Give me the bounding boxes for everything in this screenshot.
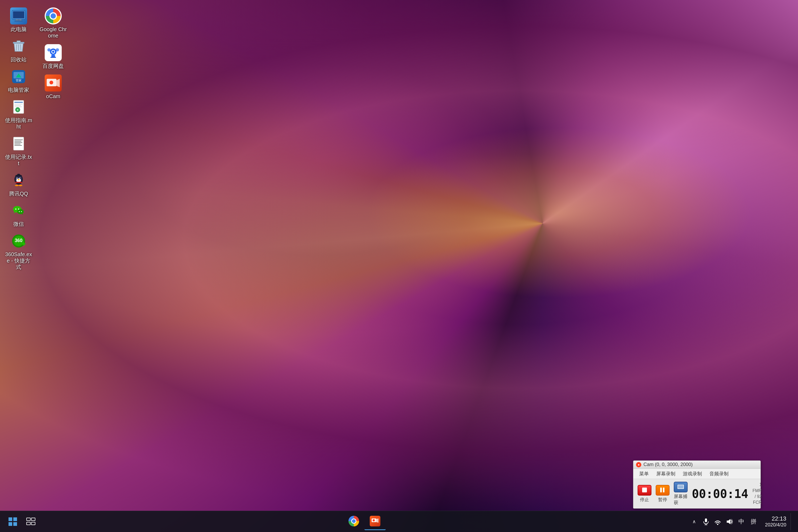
desktop-icon-record[interactable]: 使用记录.txt [3,133,35,169]
svg-point-63 [50,81,53,84]
taskbar-left [4,513,39,530]
desktop-icon-360safe[interactable]: 360 360Safe.exe - 快捷方式 [3,230,35,272]
desktop-icon-guide[interactable]: e 使用指南.mht [3,96,35,132]
svg-rect-51 [23,242,24,246]
desktop-icon-chrome[interactable]: Google Chrome [37,5,69,41]
icon-qq-label: 腾讯QQ [9,190,28,197]
tray-up-arrow-icon: ∧ [692,519,696,525]
tray-expand-button[interactable]: ∧ [689,517,699,527]
svg-rect-22 [14,141,21,142]
svg-rect-65 [660,488,662,492]
taskbar-ocam[interactable] [364,513,386,530]
svg-rect-69 [678,485,683,488]
svg-rect-14 [14,102,23,103]
svg-rect-75 [32,518,35,520]
icon-baidudisk-label: 百度网盘 [42,63,64,69]
svg-rect-34 [15,182,22,183]
svg-rect-77 [32,522,35,525]
ocam-menu-game[interactable]: 游戏录制 [680,470,705,478]
svg-rect-81 [705,518,707,522]
svg-rect-15 [14,104,23,104]
svg-rect-72 [8,522,12,526]
desktop-icons-column-1: 此电脑 回收站 [3,5,35,272]
tray-microphone[interactable] [701,517,711,527]
taskbar: ∧ [0,511,798,532]
clock-area[interactable]: 22:13 2020/4/20 [763,514,788,529]
svg-point-45 [19,211,20,212]
wallpaper-swirl [0,0,798,532]
svg-point-54 [52,51,55,53]
svg-point-56 [56,48,59,51]
svg-marker-79 [376,518,379,523]
icon-360safe-label: 360Safe.exe - 快捷方式 [5,251,33,270]
svg-rect-6 [17,41,20,42]
svg-text:管家: 管家 [16,79,22,82]
svg-text:360: 360 [15,238,22,243]
svg-marker-42 [21,214,23,215]
show-desktop-button[interactable] [791,513,794,530]
desktop-icon-ocam[interactable]: oCam [37,72,69,101]
svg-rect-38 [18,174,20,176]
chrome-icon [46,8,61,23]
ocam-title-icon: ● [636,462,641,467]
svg-rect-17 [14,107,22,107]
desktop-icon-wechat[interactable]: 微信 [3,200,35,229]
taskbar-center [39,513,689,530]
svg-rect-73 [13,522,17,526]
ocam-stop-button[interactable]: 停止 [638,485,651,503]
ocam-capture-label: 屏幕捕获 [674,493,688,506]
ocam-pause-button[interactable]: 暂停 [656,485,669,503]
icon-chrome-label: Google Chrome [39,26,67,39]
clock-time: 22:13 [772,515,786,522]
icon-pcmanager-label: 电脑管家 [8,87,29,93]
svg-rect-64 [642,488,647,492]
clock-date: 2020/4/20 [765,522,786,528]
start-button[interactable] [4,513,21,530]
icon-guide-label: 使用指南.mht [5,117,33,130]
ocam-menu-audio[interactable]: 音频录制 [706,470,732,478]
svg-point-80 [373,519,375,521]
ocam-menubar: 菜单 屏幕录制 游戏录制 音频录制 [633,469,760,479]
svg-rect-3 [14,21,23,22]
taskbar-chrome[interactable] [343,513,364,530]
icon-thispc-label: 此电脑 [11,26,26,33]
desktop-icon-recycle[interactable]: 回收站 [3,36,35,65]
ime-lang-text: 中 [738,518,744,526]
ime-language-button[interactable]: 中 [736,517,746,527]
svg-marker-85 [727,519,730,524]
tray-volume[interactable] [725,517,734,527]
tray-network[interactable] [713,517,722,527]
svg-point-41 [17,209,24,214]
ocam-capture-button[interactable]: 屏幕捕获 [674,482,688,506]
desktop-icon-thispc[interactable]: 此电脑 [3,5,35,35]
svg-rect-25 [14,145,22,146]
desktop-icon-baidudisk[interactable]: 百度网盘 [37,42,69,71]
desktop-icon-pcmanager[interactable]: 管家 电脑管家 [3,66,35,95]
icon-record-label: 使用记录.txt [5,154,33,167]
svg-point-33 [18,179,20,180]
ime-mode-button[interactable]: 拼 [748,517,759,527]
svg-point-35 [15,185,19,186]
ocam-menu-screen[interactable]: 屏幕录制 [653,470,679,478]
svg-rect-66 [663,488,664,492]
svg-point-31 [17,178,18,179]
ocam-capture-icon [674,482,688,492]
svg-point-28 [16,178,21,182]
ocam-status: 1 FMR / 92 FCR [753,482,762,506]
svg-rect-21 [14,139,23,140]
svg-point-32 [20,178,21,179]
svg-text:e: e [17,108,19,111]
ocam-window: ● Cam (0, 0, 3000, 2000) 菜单 屏幕录制 游戏录制 音频… [633,460,761,509]
svg-rect-71 [13,517,17,521]
svg-point-44 [18,209,19,210]
desktop-icon-qq[interactable]: 腾讯QQ [3,170,35,199]
icon-ocam-label: oCam [46,93,60,99]
task-view-button[interactable] [22,513,39,530]
icon-wechat-label: 微信 [13,221,24,227]
ocam-pause-icon [656,485,669,496]
svg-point-36 [19,185,22,186]
ocam-status-text: 1 FMR / 92 FCR [753,482,762,505]
ocam-title-text: Cam (0, 0, 3000, 2000) [643,462,693,467]
ocam-menu-menu[interactable]: 菜单 [636,470,652,478]
ocam-titlebar[interactable]: ● Cam (0, 0, 3000, 2000) [633,461,760,469]
